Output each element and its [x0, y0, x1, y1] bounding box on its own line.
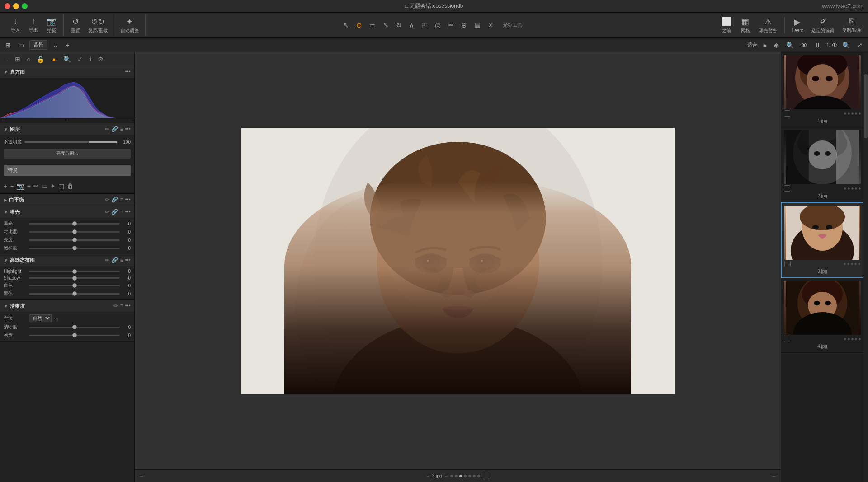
expand-icon[interactable]: ⤢: [855, 41, 864, 50]
layers-list-icon[interactable]: ≡: [120, 126, 123, 132]
filmstrip-checkbox-3[interactable]: [784, 261, 791, 267]
scroll-track[interactable]: [863, 52, 868, 482]
structure-slider[interactable]: [29, 335, 120, 336]
film-dot-3a[interactable]: [844, 263, 846, 265]
footer-dot-2[interactable]: [455, 475, 458, 477]
exposure-link-icon[interactable]: 🔗: [111, 209, 118, 215]
histogram-header[interactable]: ▼ 直方图 •••: [0, 66, 134, 78]
exposure-edit-icon[interactable]: ✏: [105, 209, 109, 215]
wb-edit-icon[interactable]: ✏: [105, 197, 109, 203]
eyedrop-tool[interactable]: ◰: [420, 20, 429, 30]
exposure-slider[interactable]: [29, 223, 120, 225]
main-scrollbar[interactable]: [863, 52, 868, 482]
film-dot-4b[interactable]: [848, 338, 850, 340]
panel-icon-circle[interactable]: ○: [25, 55, 32, 64]
filmstrip-checkbox-1[interactable]: [784, 110, 790, 117]
layer-dropdown-icon[interactable]: ⌄: [51, 41, 60, 50]
copy-apply-button[interactable]: ⎘ 复制/应用: [840, 15, 864, 35]
exposure-warning-button[interactable]: ⚠ 曝光警告: [756, 15, 780, 36]
filmstrip-item-4[interactable]: 4.jpg: [781, 278, 863, 353]
brush-tool[interactable]: ✏: [446, 20, 456, 30]
footer-dot-5[interactable]: [468, 475, 471, 477]
add-layer-icon[interactable]: +: [64, 41, 71, 50]
hdr-menu-icon[interactable]: •••: [125, 257, 131, 263]
film-dot-4c[interactable]: [851, 338, 854, 340]
panel-icon-import[interactable]: ↓: [4, 55, 10, 64]
exposure-header[interactable]: ▼ 曝光 ✏ 🔗 ≡ •••: [0, 206, 134, 218]
import-button[interactable]: ↓ 导入: [7, 15, 24, 35]
panel-icon-check[interactable]: ✓: [75, 55, 85, 64]
exposure-list-icon[interactable]: ≡: [120, 209, 123, 215]
panel-icon-active[interactable]: ▲: [49, 55, 59, 64]
footer-dot-7[interactable]: [477, 475, 480, 477]
clone-tool[interactable]: ⊕: [459, 20, 469, 30]
erase-layer-btn[interactable]: ◱: [58, 183, 64, 190]
wb-list-icon[interactable]: ≡: [120, 197, 123, 203]
retouch-tool[interactable]: ◎: [433, 20, 443, 30]
black-slider[interactable]: [29, 293, 120, 295]
camera-layer-btn[interactable]: 📷: [16, 183, 24, 190]
selected-edit-button[interactable]: ✐ 选定的编辑: [809, 15, 837, 36]
close-button[interactable]: [5, 3, 10, 9]
gradient-tool[interactable]: ▤: [472, 20, 482, 30]
panel-icon-layers[interactable]: ⊞: [13, 55, 22, 64]
footer-dot-1[interactable]: [450, 475, 453, 477]
sharpness-slider[interactable]: [29, 327, 120, 328]
shadow-slider[interactable]: [29, 277, 120, 279]
shoot-button[interactable]: 📷 拍摄: [43, 15, 60, 36]
rect-layer-btn[interactable]: ▭: [42, 183, 47, 190]
angle-tool[interactable]: ∧: [407, 20, 416, 30]
film-dot-2d[interactable]: [855, 187, 857, 190]
learn-button[interactable]: ▶ Learn: [789, 15, 807, 35]
film-dot-4d[interactable]: [855, 338, 857, 340]
star-layer-btn[interactable]: ✦: [50, 183, 56, 190]
footer-dot-3[interactable]: [459, 475, 462, 477]
transform-tool[interactable]: ⤡: [381, 20, 391, 30]
method-select[interactable]: 自然: [29, 314, 52, 322]
filmstrip-checkbox-2[interactable]: [784, 185, 790, 192]
single-view-icon[interactable]: ▭: [16, 41, 26, 50]
highlight-slider[interactable]: [29, 271, 120, 272]
film-dot-1e[interactable]: [859, 112, 861, 115]
filmstrip-item-3[interactable]: 3.jpg: [781, 202, 863, 278]
film-dot-1c[interactable]: [851, 112, 854, 115]
brush-layer-btn[interactable]: ✏: [33, 183, 39, 190]
sharpness-list-icon[interactable]: ≡: [120, 303, 123, 309]
wb-header[interactable]: ▶ 白平衡 ✏ 🔗 ≡ •••: [0, 194, 134, 206]
footer-dot-4[interactable]: [464, 475, 467, 477]
hdr-list-icon[interactable]: ≡: [120, 257, 123, 263]
pause-icon[interactable]: ⏸: [813, 41, 823, 50]
film-dot-2c[interactable]: [851, 187, 854, 190]
brightness-range-button[interactable]: 亮度范围...: [4, 149, 131, 159]
layers-header[interactable]: ▼ 图层 ✏ 🔗 ≡ •••: [0, 123, 134, 135]
layers-link-icon[interactable]: 🔗: [111, 126, 118, 132]
panel-icon-settings[interactable]: ⚙: [96, 55, 105, 64]
film-dot-4a[interactable]: [844, 338, 846, 340]
rotate-tool[interactable]: ↻: [394, 20, 404, 30]
hdr-link-icon[interactable]: 🔗: [111, 257, 118, 263]
select-tool[interactable]: ↖: [341, 20, 351, 30]
film-dot-1d[interactable]: [855, 112, 857, 115]
footer-dot-6[interactable]: [473, 475, 476, 477]
auto-adjust-button[interactable]: ✦ 自动调整: [118, 15, 142, 36]
filmstrip-item-1[interactable]: 1.jpg: [781, 52, 863, 127]
canvas-area[interactable]: [135, 52, 781, 469]
search-right-icon[interactable]: 🔍: [840, 41, 852, 50]
film-dot-2e[interactable]: [859, 187, 861, 190]
panel-icon-info[interactable]: ℹ: [87, 55, 93, 64]
maximize-button[interactable]: [22, 3, 28, 9]
before-button[interactable]: ⬜ 之前: [718, 15, 735, 36]
grid-view-icon[interactable]: ⊞: [4, 41, 13, 50]
lasso-tool[interactable]: ⊙: [354, 20, 364, 30]
panel-icon-search[interactable]: 🔍: [61, 55, 73, 64]
reset-button[interactable]: ↺ 重置: [67, 15, 84, 36]
wb-menu-icon[interactable]: •••: [125, 197, 131, 203]
brightness-slider[interactable]: [29, 239, 120, 241]
opacity-slider[interactable]: [24, 141, 117, 143]
sharpness-edit-icon[interactable]: ✏: [113, 303, 118, 309]
list-layer-btn[interactable]: ≡: [27, 183, 30, 190]
film-dot-2b[interactable]: [848, 187, 850, 190]
fx-tool[interactable]: ✳: [486, 20, 495, 30]
visibility-icon[interactable]: 👁: [799, 41, 809, 50]
minimize-button[interactable]: [13, 3, 19, 9]
